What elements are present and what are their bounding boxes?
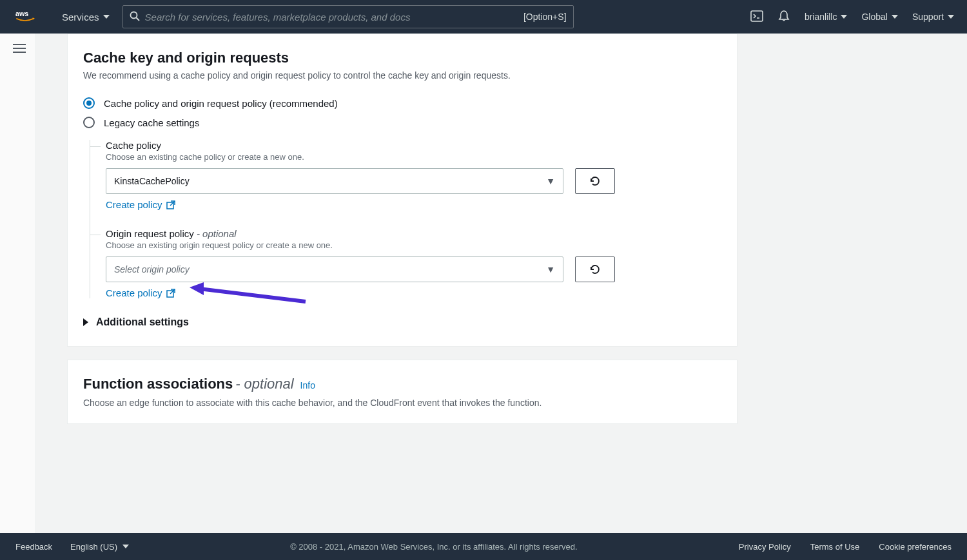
triangle-right-icon: [83, 318, 88, 326]
origin-policy-hint: Choose an existing origin request policy…: [106, 240, 721, 250]
origin-policy-placeholder: Select origin policy: [114, 264, 190, 275]
search-shortcut: [Option+S]: [523, 12, 567, 22]
cache-policy-value: KinstaCachePolicy: [114, 176, 190, 186]
svg-text:aws: aws: [15, 10, 28, 17]
functions-desc: Choose an edge function to associate wit…: [83, 398, 721, 408]
search-box[interactable]: [Option+S]: [122, 5, 574, 28]
origin-policy-label: Origin request policy - optional: [106, 228, 721, 239]
caret-down-icon: ▼: [546, 264, 555, 275]
caret-down-icon: [948, 15, 954, 19]
svg-line-9: [199, 289, 306, 302]
additional-settings-expander[interactable]: Additional settings: [83, 316, 721, 328]
external-link-icon: [166, 200, 175, 209]
origin-policy-field: Origin request policy - optional Choose …: [106, 228, 721, 298]
info-link[interactable]: Info: [300, 380, 315, 391]
services-label: Services: [62, 12, 99, 23]
annotation-arrow: [190, 282, 318, 308]
cache-panel-title: Cache key and origin requests: [83, 50, 721, 66]
svg-line-2: [136, 17, 139, 21]
svg-line-8: [170, 289, 175, 294]
support-label: Support: [912, 12, 944, 22]
region-menu[interactable]: Global: [861, 12, 897, 22]
create-origin-policy-link[interactable]: Create policy: [106, 287, 175, 298]
caret-down-icon: [103, 15, 110, 19]
refresh-origin-policy-button[interactable]: [575, 256, 615, 282]
refresh-cache-policy-button[interactable]: [575, 168, 615, 194]
function-associations-panel: Function associations - optional Info Ch…: [67, 360, 737, 424]
cache-panel-desc: We recommend using a cache policy and or…: [83, 70, 721, 81]
cache-policy-select[interactable]: KinstaCachePolicy ▼: [106, 168, 563, 194]
svg-point-1: [130, 12, 137, 18]
hamburger-icon: [13, 48, 26, 49]
cache-policy-field: Cache policy Choose an existing cache po…: [106, 140, 721, 210]
link-text: Create policy: [106, 199, 162, 210]
radio-label: Legacy cache settings: [104, 117, 199, 128]
radio-recommended[interactable]: Cache policy and origin request policy (…: [83, 97, 721, 109]
svg-marker-10: [190, 282, 204, 295]
caret-down-icon: ▼: [546, 176, 555, 186]
radio-legacy[interactable]: Legacy cache settings: [83, 117, 721, 128]
link-text: Create policy: [106, 287, 162, 298]
cache-policy-label: Cache policy: [106, 140, 721, 151]
radio-icon: [83, 97, 95, 109]
services-menu[interactable]: Services: [62, 12, 110, 23]
notifications-icon[interactable]: [777, 10, 790, 24]
create-cache-policy-link[interactable]: Create policy: [106, 199, 175, 210]
sidebar-toggle[interactable]: [13, 48, 26, 49]
cache-policy-hint: Choose an existing cache policy or creat…: [106, 152, 721, 162]
functions-optional: - optional: [235, 376, 294, 392]
caret-down-icon: [841, 15, 847, 19]
region-label: Global: [861, 12, 887, 22]
functions-title: Function associations: [83, 376, 233, 392]
account-label: brianlillc: [805, 12, 837, 22]
cloudshell-icon[interactable]: [750, 10, 763, 24]
external-link-icon: [166, 289, 175, 298]
radio-icon: [83, 117, 95, 128]
search-input[interactable]: [145, 12, 523, 23]
aws-logo[interactable]: aws: [13, 9, 44, 24]
additional-settings-label: Additional settings: [96, 316, 189, 328]
radio-label: Cache policy and origin request policy (…: [104, 98, 338, 109]
caret-down-icon: [892, 15, 898, 19]
svg-line-6: [170, 201, 175, 206]
refresh-icon: [589, 264, 601, 275]
refresh-icon: [589, 175, 601, 187]
cache-key-panel: Cache key and origin requests We recomme…: [67, 34, 737, 347]
support-menu[interactable]: Support: [912, 12, 954, 22]
origin-policy-select[interactable]: Select origin policy ▼: [106, 256, 563, 282]
sidebar-gutter: [0, 34, 36, 533]
svg-rect-3: [751, 11, 763, 21]
account-menu[interactable]: brianlillc: [805, 12, 848, 22]
top-nav: aws Services [Option+S] brianlillc Globa…: [0, 0, 967, 34]
search-icon: [130, 11, 140, 23]
